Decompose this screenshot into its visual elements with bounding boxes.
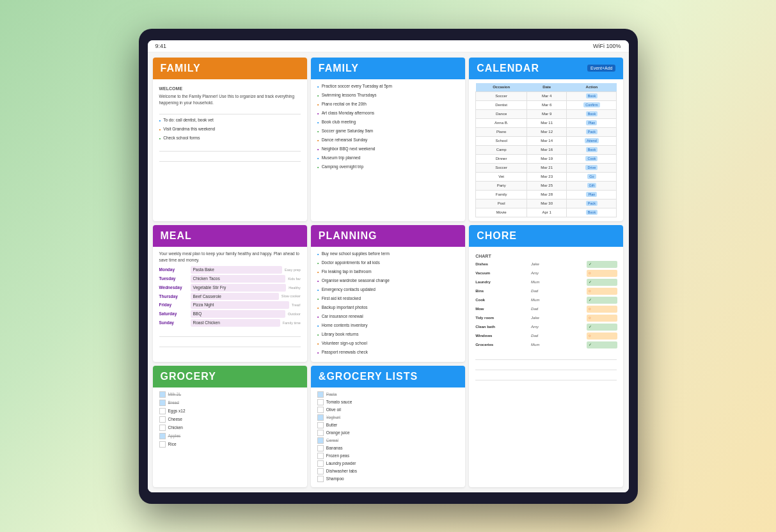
grocery-body: Milk 2L Bread Eggs x12 Cheese Chicken Ap… bbox=[153, 387, 307, 453]
family-note-3: Check school forms bbox=[159, 135, 301, 143]
cal-date: Mar 16 bbox=[527, 145, 567, 154]
grocery2-item: Cereal bbox=[317, 437, 459, 444]
planning-list: Buy new school supplies before termDocto… bbox=[317, 251, 459, 357]
add-event-button[interactable]: Event+Add bbox=[587, 65, 615, 72]
planning-item: Library book returns bbox=[317, 331, 459, 339]
f2-item-0: Practice soccer every Tuesday at 5pm bbox=[317, 83, 459, 91]
calendar-row: Pool Mar 30 Pack bbox=[476, 199, 617, 208]
meal-day-row: Thursday Beef Casserole Slow cooker bbox=[159, 293, 301, 301]
cal-date: Mar 12 bbox=[527, 127, 567, 136]
grocery2-checkbox[interactable] bbox=[317, 468, 324, 474]
grocery2-item: Laundry powder bbox=[317, 460, 459, 467]
grocery2-item: Shampoo bbox=[317, 476, 459, 482]
calendar-header: CALENDAR Event+Add bbox=[469, 58, 623, 79]
calendar-row: Dance Mar 9 Book bbox=[476, 109, 617, 118]
family-notes-list: To do: call dentist, book vet Visit Gran… bbox=[159, 117, 301, 143]
calendar-row: Dinner Mar 19 Cook bbox=[476, 154, 617, 163]
col-occasion: Occasion bbox=[476, 83, 527, 92]
cal-action: Confirm bbox=[567, 100, 617, 109]
panel-meal: MEAL Your weekly meal plan to keep your … bbox=[153, 225, 307, 362]
col-action: Action bbox=[567, 83, 617, 92]
grocery-item: Rice bbox=[159, 441, 301, 448]
calendar-table: Occasion Date Action Soccer Mar 4 Book D… bbox=[475, 83, 617, 217]
chore-list: Dishes Jake ✓ Vacuum Amy ○ Laundry Mum ✓… bbox=[475, 261, 617, 348]
grocery2-checkbox[interactable] bbox=[317, 422, 324, 428]
grocery2-checkbox[interactable] bbox=[317, 414, 324, 421]
calendar-row: Anna B. Mar 11 Plan bbox=[476, 118, 617, 127]
grocery2-checkbox[interactable] bbox=[317, 476, 324, 482]
planning-item: Volunteer sign-up school bbox=[317, 340, 459, 348]
grocery-checkbox[interactable] bbox=[159, 408, 166, 414]
calendar-row: Family Mar 28 Plan bbox=[476, 190, 617, 199]
calendar-row: Party Mar 25 Gift bbox=[476, 181, 617, 190]
f2-item-2: Piano recital on the 20th bbox=[317, 101, 459, 109]
tablet-frame: 9:41 WiFi 100% FAMILY Welcome Welcome to… bbox=[139, 29, 638, 504]
grocery2-checkbox[interactable] bbox=[317, 453, 324, 459]
grocery-checkbox[interactable] bbox=[159, 400, 166, 406]
grocery2-checkbox[interactable] bbox=[317, 430, 324, 436]
grocery2-checkbox[interactable] bbox=[317, 445, 324, 451]
grocery2-item: Frozen peas bbox=[317, 453, 459, 459]
grocery2-checkbox[interactable] bbox=[317, 391, 324, 398]
grocery2-checkbox[interactable] bbox=[317, 437, 324, 444]
grocery-checkbox[interactable] bbox=[159, 416, 166, 423]
cal-occasion: Dance bbox=[476, 109, 527, 118]
meal-days-container: Monday Pasta Bake Easy prep Tuesday Chic… bbox=[159, 266, 301, 326]
cal-action: Book bbox=[567, 145, 617, 154]
f2-item-3: Art class Monday afternoons bbox=[317, 110, 459, 118]
grocery-checkbox[interactable] bbox=[159, 433, 166, 439]
battery: WiFi 100% bbox=[593, 43, 621, 49]
calendar-row: School Mar 14 Attend bbox=[476, 136, 617, 145]
cal-occasion: Vet bbox=[476, 172, 527, 181]
grocery2-checkbox[interactable] bbox=[317, 460, 324, 467]
cal-occasion: Soccer bbox=[476, 91, 527, 100]
f2-item-7: Neighbor BBQ next weekend bbox=[317, 146, 459, 153]
cal-occasion: Anna B. bbox=[476, 118, 527, 127]
grocery-checkbox[interactable] bbox=[159, 441, 166, 448]
planning-header: PLANNING bbox=[311, 225, 465, 247]
panel-grocery2: &GROCERY LISTS Pasta Tomato sauce Olive … bbox=[311, 366, 465, 487]
grocery2-checkbox[interactable] bbox=[317, 399, 324, 405]
family-note-1: To do: call dentist, book vet bbox=[159, 117, 301, 125]
cal-action: Drive bbox=[567, 163, 617, 172]
cal-occasion: Camp bbox=[476, 145, 527, 154]
panel-calendar: CALENDAR Event+Add Occasion Date Action bbox=[469, 58, 623, 221]
f2-item-8: Museum trip planned bbox=[317, 155, 459, 162]
calendar-row: Camp Mar 16 Book bbox=[476, 145, 617, 154]
grocery-checkbox[interactable] bbox=[159, 425, 166, 431]
panel-family2: FAMILY Practice soccer every Tuesday at … bbox=[311, 58, 465, 221]
grocery-checkbox[interactable] bbox=[159, 391, 166, 398]
cal-action: Book bbox=[567, 208, 617, 217]
grocery2-checkbox[interactable] bbox=[317, 407, 324, 413]
cal-date: Mar 21 bbox=[527, 163, 567, 172]
cal-date: Mar 4 bbox=[527, 91, 567, 100]
chore-row: Windows Dad ○ bbox=[475, 332, 617, 340]
meal-intro: Your weekly meal plan to keep your famil… bbox=[159, 251, 301, 264]
cal-action: Plan bbox=[567, 118, 617, 127]
grocery2-item: Yoghurt bbox=[317, 414, 459, 421]
meal-header: MEAL bbox=[153, 225, 307, 247]
chore-row: Groceries Mum ✓ bbox=[475, 341, 617, 348]
calendar-row: Vet Mar 23 Go bbox=[476, 172, 617, 181]
cal-action: Attend bbox=[567, 136, 617, 145]
chore-row: Laundry Mum ✓ bbox=[475, 279, 617, 286]
panel-chore: CHORE CHART Dishes Jake ✓ Vacuum Amy ○ L… bbox=[469, 225, 623, 487]
planner-grid: FAMILY Welcome Welcome to the Family Pla… bbox=[148, 52, 629, 492]
planning-item: Organise wardrobe seasonal change bbox=[317, 278, 459, 285]
meal-day-row: Tuesday Chicken Tacos Kids fav bbox=[159, 275, 301, 283]
grocery-header: GROCERY bbox=[153, 366, 307, 387]
planning-item: Backup important photos bbox=[317, 304, 459, 312]
calendar-row: Soccer Mar 4 Book bbox=[476, 91, 617, 100]
cal-date: Apr 1 bbox=[527, 208, 567, 217]
cal-occasion: Soccer bbox=[476, 163, 527, 172]
grocery2-item: Dishwasher tabs bbox=[317, 468, 459, 474]
cal-action: Book bbox=[567, 91, 617, 100]
planning-item: Doctor appointments for all kids bbox=[317, 260, 459, 267]
chore-row: Cook Mum ✓ bbox=[475, 297, 617, 304]
calendar-title: CALENDAR bbox=[477, 63, 539, 74]
planning-item: Car insurance renewal bbox=[317, 313, 459, 321]
f2-item-4: Book club meeting bbox=[317, 119, 459, 127]
family2-list: Practice soccer every Tuesday at 5pm Swi… bbox=[317, 83, 459, 171]
cal-date: Mar 25 bbox=[527, 181, 567, 190]
tablet-screen: 9:41 WiFi 100% FAMILY Welcome Welcome to… bbox=[148, 40, 629, 492]
